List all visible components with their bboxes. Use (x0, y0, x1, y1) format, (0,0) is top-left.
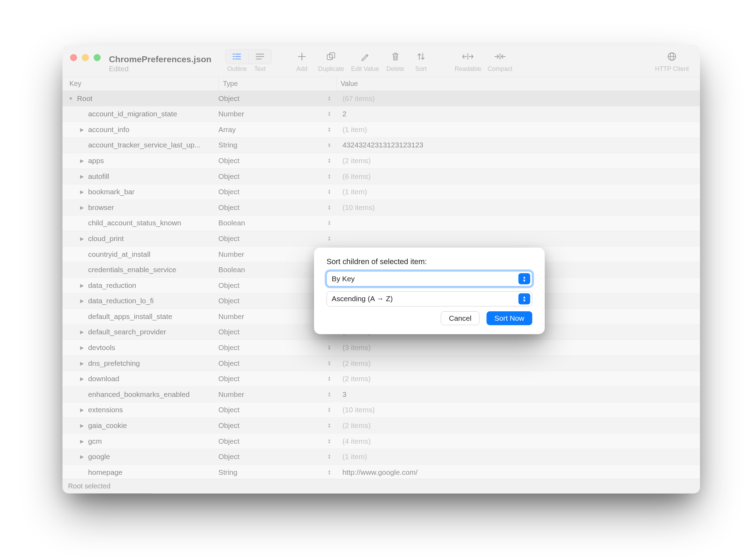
chevron-right-icon[interactable]: ▶ (78, 174, 86, 179)
chevron-right-icon[interactable]: ▶ (78, 298, 86, 304)
chevron-right-icon[interactable]: ▶ (78, 205, 86, 210)
table-row[interactable]: ▶dns_prefetchingObject▲▼(2 items) (63, 356, 700, 371)
table-row[interactable]: account_id_migration_stateNumber▲▼2 (63, 107, 700, 122)
add-button[interactable]: Add (293, 49, 312, 73)
type-stepper-icon[interactable]: ▲▼ (328, 174, 330, 179)
row-type: Boolean (219, 219, 245, 227)
row-value: (1 item) (342, 188, 367, 196)
chevron-right-icon[interactable]: ▶ (78, 158, 86, 164)
chevron-right-icon[interactable]: ▶ (78, 361, 86, 366)
table-row[interactable]: account_tracker_service_last_up...String… (63, 138, 700, 153)
table-row[interactable]: homepageString▲▼http://www.google.com/ (63, 465, 700, 480)
type-stepper-icon[interactable]: ▲▼ (328, 158, 330, 164)
table-row[interactable]: ▶browserObject▲▼(10 items) (63, 200, 700, 216)
close-window-button[interactable] (70, 54, 77, 61)
type-stepper-icon[interactable]: ▲▼ (328, 189, 330, 195)
type-stepper-icon[interactable]: ▲▼ (328, 423, 330, 428)
type-stepper-icon[interactable]: ▲▼ (328, 111, 330, 117)
row-value: (2 items) (342, 359, 371, 367)
compact-button[interactable]: Compact (487, 49, 512, 73)
row-key: enhanced_bookmarks_enabled (88, 390, 190, 399)
duplicate-button[interactable]: Duplicate (318, 49, 344, 73)
row-type: Object (219, 421, 240, 430)
row-value: (2 items) (342, 375, 371, 383)
row-type: Object (219, 343, 240, 352)
type-stepper-icon[interactable]: ▲▼ (328, 470, 330, 475)
chevron-right-icon[interactable]: ▶ (78, 407, 86, 413)
select-stepper-icon: ▲▼ (519, 293, 530, 305)
row-key: gaia_cookie (88, 421, 127, 430)
type-stepper-icon[interactable]: ▲▼ (328, 205, 330, 210)
chevron-right-icon[interactable]: ▶ (78, 236, 86, 241)
row-value: (3 items) (342, 343, 371, 351)
row-value: (6 items) (342, 172, 371, 180)
table-row[interactable]: ▶bookmark_barObject▲▼(1 item) (63, 184, 700, 200)
type-stepper-icon[interactable]: ▲▼ (328, 220, 330, 226)
delete-button[interactable]: Delete (386, 49, 405, 73)
type-stepper-icon[interactable]: ▲▼ (328, 438, 330, 444)
column-header-key[interactable]: Key (70, 80, 219, 88)
row-value: (10 items) (342, 203, 375, 211)
table-row[interactable]: ▶gcmObject▲▼(4 items) (63, 434, 700, 449)
app-window: ChromePreferences.json Edited Ou (63, 45, 700, 493)
row-key: gcm (88, 437, 102, 445)
row-key: account_id_migration_state (88, 110, 177, 118)
http-client-button[interactable]: HTTP Client (655, 49, 689, 73)
table-row[interactable]: ▶cloud_printObject▲▼ (63, 231, 700, 247)
type-stepper-icon[interactable]: ▲▼ (328, 96, 330, 101)
row-type: Number (219, 250, 244, 259)
row-key: apps (88, 157, 104, 165)
cancel-button[interactable]: Cancel (441, 311, 479, 325)
table-row[interactable]: ▼RootObject▲▼(67 items) (63, 91, 700, 107)
type-stepper-icon[interactable]: ▲▼ (328, 143, 330, 148)
sort-button[interactable]: Sort (412, 49, 430, 73)
table-row[interactable]: ▶gaia_cookieObject▲▼(2 items) (63, 418, 700, 434)
chevron-right-icon[interactable]: ▶ (78, 454, 86, 459)
chevron-right-icon[interactable]: ▶ (78, 189, 86, 195)
row-type: Object (219, 281, 240, 290)
text-mode-button[interactable] (249, 49, 271, 64)
type-stepper-icon[interactable]: ▲▼ (328, 392, 330, 397)
chevron-right-icon[interactable]: ▶ (78, 423, 86, 428)
table-row[interactable]: ▶extensionsObject▲▼(10 items) (63, 402, 700, 418)
type-stepper-icon[interactable]: ▲▼ (328, 376, 330, 382)
chevron-right-icon[interactable]: ▶ (78, 127, 86, 132)
window-title: ChromePreferences.json (109, 53, 211, 64)
table-row[interactable]: ▶devtoolsObject▲▼(3 items) (63, 340, 700, 356)
type-stepper-icon[interactable]: ▲▼ (328, 407, 330, 413)
type-stepper-icon[interactable]: ▲▼ (328, 454, 330, 459)
table-row[interactable]: ▶autofillObject▲▼(6 items) (63, 169, 700, 184)
text-lines-icon (255, 53, 265, 60)
table-row[interactable]: ▶account_infoArray▲▼(1 item) (63, 122, 700, 138)
zoom-window-button[interactable] (94, 54, 101, 61)
outline-mode-button[interactable] (226, 49, 248, 64)
chevron-right-icon[interactable]: ▶ (78, 329, 86, 335)
type-stepper-icon[interactable]: ▲▼ (328, 236, 330, 241)
sort-now-button[interactable]: Sort Now (486, 311, 532, 325)
table-row[interactable]: ▶downloadObject▲▼(2 items) (63, 371, 700, 387)
chevron-right-icon[interactable]: ▶ (78, 376, 86, 382)
column-header-value[interactable]: Value (336, 77, 700, 90)
minimize-window-button[interactable] (82, 54, 89, 61)
chevron-right-icon[interactable]: ▶ (78, 283, 86, 288)
status-bar: Root selected (63, 479, 700, 494)
chevron-down-icon[interactable]: ▼ (67, 96, 75, 101)
column-header-type[interactable]: Type (219, 77, 336, 90)
row-type: Object (219, 172, 240, 181)
sort-by-select[interactable]: By Key ▲▼ (327, 271, 533, 286)
edit-value-button[interactable]: Edit Value (351, 49, 379, 73)
readable-button[interactable]: Readable (455, 49, 481, 73)
type-stepper-icon[interactable]: ▲▼ (328, 127, 330, 132)
row-type: Number (219, 110, 244, 118)
type-stepper-icon[interactable]: ▲▼ (328, 361, 330, 366)
type-stepper-icon[interactable]: ▲▼ (328, 345, 330, 350)
sort-order-select[interactable]: Ascending (A → Z) ▲▼ (327, 291, 533, 307)
row-type: Object (219, 203, 240, 212)
table-row[interactable]: child_account_status_knownBoolean▲▼ (63, 216, 700, 231)
row-key: data_reduction (88, 281, 136, 290)
chevron-right-icon[interactable]: ▶ (78, 438, 86, 444)
chevron-right-icon[interactable]: ▶ (78, 345, 86, 350)
table-row[interactable]: ▶googleObject▲▼(1 item) (63, 449, 700, 465)
table-row[interactable]: enhanced_bookmarks_enabledNumber▲▼3 (63, 387, 700, 402)
table-row[interactable]: ▶appsObject▲▼(2 items) (63, 153, 700, 169)
